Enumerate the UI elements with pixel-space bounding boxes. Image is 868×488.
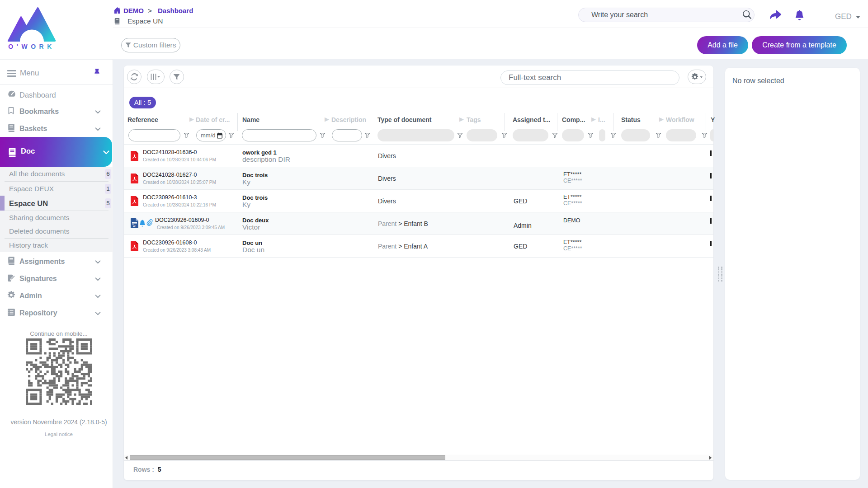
svg-text:w: w: [132, 225, 136, 228]
svg-text:O'WORK: O'WORK: [8, 43, 55, 50]
